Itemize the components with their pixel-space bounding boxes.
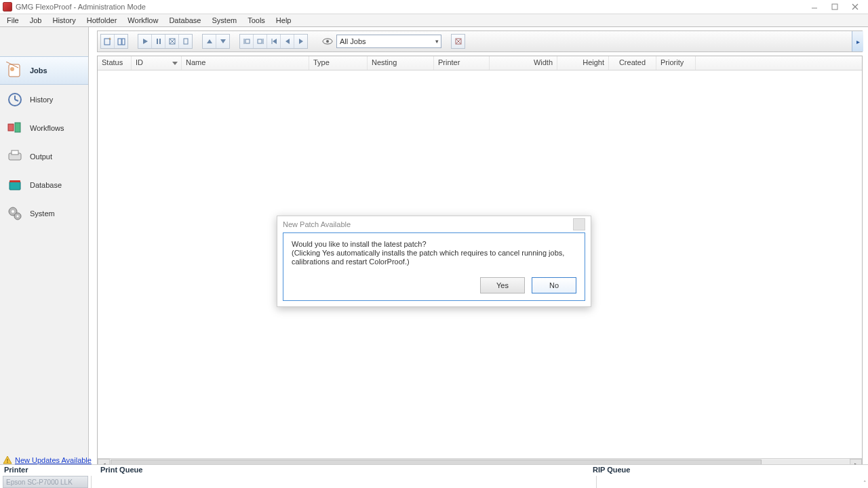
svg-rect-6 <box>118 39 121 45</box>
workflows-icon <box>5 119 24 138</box>
column-name[interactable]: Name <box>182 56 309 70</box>
toolbar-align1-button[interactable] <box>240 35 254 48</box>
svg-point-45 <box>17 216 19 218</box>
job-filter-value: All Jobs <box>340 37 366 45</box>
svg-text:!: ! <box>7 458 9 464</box>
status-printqueue-label: Print Queue <box>96 465 589 476</box>
toolbar: + All Jobs ▾ <box>97 30 863 52</box>
menu-tools[interactable]: Tools <box>242 16 271 25</box>
sidebar-item-label: Workflows <box>30 124 64 132</box>
menu-job[interactable]: Job <box>24 16 47 25</box>
svg-rect-41 <box>9 180 20 182</box>
toolbar-delete-button[interactable] <box>179 35 192 48</box>
column-priority[interactable]: Priority <box>656 56 696 70</box>
svg-point-43 <box>12 210 14 213</box>
dialog-no-button[interactable]: No <box>532 277 576 293</box>
window-title: GMG FlexoProof - Administration Mode <box>16 3 146 11</box>
toolbar-stop-button[interactable] <box>165 35 179 48</box>
toolbar-prev-button[interactable] <box>281 35 294 48</box>
toolbar-expand-button[interactable]: ▸ <box>852 31 863 52</box>
toolbar-new-job-button[interactable]: + <box>101 35 115 48</box>
sidebar-item-database[interactable]: Database <box>0 171 88 199</box>
svg-rect-7 <box>122 39 125 45</box>
sidebar-item-label: Jobs <box>30 66 47 75</box>
toolbar-movedown-button[interactable] <box>216 35 229 48</box>
job-filter-dropdown[interactable]: All Jobs ▾ <box>336 35 441 48</box>
svg-marker-22 <box>273 39 277 44</box>
status-ripqueue-label: RIP Queue <box>589 465 868 476</box>
svg-rect-10 <box>159 39 161 44</box>
window-close-button[interactable] <box>845 1 865 13</box>
menu-workflow[interactable]: Workflow <box>122 16 163 25</box>
toolbar-moveup-button[interactable] <box>203 35 216 48</box>
menu-help[interactable]: Help <box>271 16 297 25</box>
sidebar-item-jobs[interactable]: Jobs <box>0 56 88 85</box>
column-created[interactable]: Created <box>609 56 656 70</box>
column-nesting[interactable]: Nesting <box>368 56 434 70</box>
output-icon <box>5 147 24 166</box>
chevron-down-icon: ▾ <box>435 38 439 45</box>
sidebar-item-label: History <box>30 96 53 104</box>
column-width[interactable]: Width <box>490 56 557 70</box>
scroll-up-icon[interactable]: ˄ <box>863 480 867 487</box>
svg-marker-8 <box>143 39 148 44</box>
sidebar-item-label: System <box>30 209 55 218</box>
menu-hotfolder[interactable]: Hotfolder <box>81 16 123 25</box>
sidebar-item-system[interactable]: System <box>0 200 88 227</box>
toolbar-next-button[interactable] <box>294 35 307 48</box>
svg-rect-9 <box>157 39 158 44</box>
printer-selector[interactable]: Epson SC-P7000 LLK <box>3 476 88 488</box>
warning-icon: ! <box>3 455 12 465</box>
svg-text:+: + <box>108 37 111 41</box>
column-status[interactable]: Status <box>98 56 132 70</box>
jobs-icon <box>5 61 24 80</box>
sidebar-item-label: Output <box>30 152 52 161</box>
svg-rect-36 <box>8 124 14 131</box>
column-height[interactable]: Height <box>557 56 609 70</box>
svg-point-31 <box>10 67 14 71</box>
svg-point-26 <box>326 40 329 43</box>
sidebar-spacer-top <box>0 27 89 52</box>
svg-rect-14 <box>184 39 188 44</box>
sidebar-item-history[interactable]: History <box>0 86 88 113</box>
toolbar-play-button[interactable] <box>138 35 152 48</box>
updates-link[interactable]: New Updates Available <box>15 456 92 464</box>
column-printer[interactable]: Printer <box>434 56 490 70</box>
svg-marker-15 <box>207 39 212 43</box>
patch-dialog: New Patch Available Would you like to in… <box>277 216 591 307</box>
toolbar-skip-back-button[interactable] <box>267 35 281 48</box>
menu-system[interactable]: System <box>206 16 242 25</box>
status-printer-label: Printer <box>0 465 96 476</box>
dialog-title-text: New Patch Available <box>283 220 351 228</box>
window-minimize-button[interactable] <box>804 1 825 13</box>
database-icon <box>5 176 24 195</box>
column-id[interactable]: ID <box>132 56 182 70</box>
dialog-line1: Would you like to install the latest pat… <box>292 240 576 249</box>
svg-marker-24 <box>299 39 303 44</box>
toolbar-align2-button[interactable] <box>254 35 267 48</box>
menu-file[interactable]: File <box>1 16 24 25</box>
svg-rect-30 <box>9 64 20 77</box>
column-type[interactable]: Type <box>309 56 368 70</box>
window-maximize-button[interactable] <box>825 1 845 13</box>
toolbar-clear-filter-button[interactable] <box>452 35 465 48</box>
dialog-close-button[interactable] <box>573 218 585 230</box>
svg-rect-37 <box>15 123 20 132</box>
gear-icon <box>5 204 24 223</box>
menu-database[interactable]: Database <box>163 16 206 25</box>
svg-line-35 <box>15 100 18 101</box>
visibility-icon[interactable] <box>321 35 334 47</box>
dialog-yes-button[interactable]: Yes <box>480 277 525 293</box>
menu-history[interactable]: History <box>47 16 81 25</box>
svg-rect-1 <box>832 4 837 9</box>
sidebar-item-workflows[interactable]: Workflows <box>0 115 88 142</box>
sidebar-item-label: Database <box>30 181 62 189</box>
window-titlebar: GMG FlexoProof - Administration Mode <box>0 0 868 14</box>
toolbar-pause-button[interactable] <box>152 35 165 48</box>
dialog-line2: (Clicking Yes automatically installs the… <box>292 249 576 266</box>
statusbar: Printer Print Queue RIP Queue Epson SC-P… <box>0 464 868 488</box>
column-headers: Status ID Name Type Nesting Printer Widt… <box>98 56 862 70</box>
toolbar-new-nesting-button[interactable] <box>115 35 127 48</box>
updates-bar: ! New Updates Available <box>3 455 92 465</box>
sidebar-item-output[interactable]: Output <box>0 143 88 170</box>
